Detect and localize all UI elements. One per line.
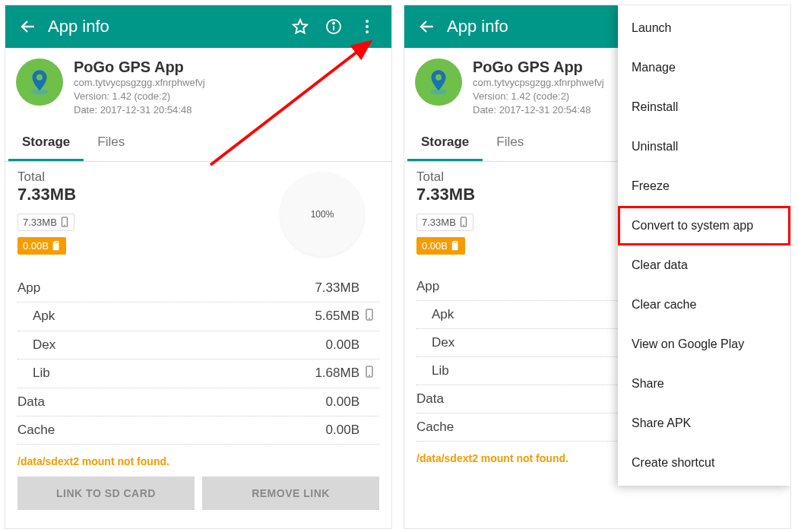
app-bar: App info bbox=[5, 5, 391, 48]
remove-link-button[interactable]: REMOVE LINK bbox=[202, 477, 379, 510]
row-apk: Apk 5.65MB bbox=[17, 302, 379, 331]
menu-create-shortcut[interactable]: Create shortcut bbox=[618, 443, 790, 483]
menu-convert-system[interactable]: Convert to system app bbox=[618, 206, 790, 245]
menu-freeze[interactable]: Freeze bbox=[618, 166, 790, 206]
app-name: PoGo GPS App bbox=[473, 59, 604, 76]
chip-sd-value: 0.00B bbox=[422, 240, 448, 252]
chip-phone: 7.33MB bbox=[416, 214, 473, 231]
back-button[interactable] bbox=[412, 11, 442, 42]
storage-pie: 100% bbox=[280, 173, 364, 256]
app-package: com.tytvycpsgzgg.xfnrphwefvj bbox=[74, 76, 205, 90]
svg-rect-23 bbox=[455, 242, 456, 243]
svg-rect-12 bbox=[58, 242, 59, 243]
row-dex-value: 0.00B bbox=[326, 337, 359, 353]
row-data-value: 0.00B bbox=[326, 394, 359, 410]
app-meta: PoGo GPS App com.tytvycpsgzgg.xfnrphwefv… bbox=[473, 59, 604, 118]
tab-storage[interactable]: Storage bbox=[407, 125, 483, 161]
more-vert-icon bbox=[358, 17, 376, 36]
row-data-label: Data bbox=[17, 394, 326, 410]
app-date: Date: 2017-12-31 20:54:48 bbox=[473, 103, 604, 117]
sd-card-icon bbox=[451, 240, 460, 251]
svg-rect-24 bbox=[457, 242, 458, 243]
chip-phone: 7.33MB bbox=[17, 214, 74, 231]
svg-rect-11 bbox=[56, 242, 57, 243]
mount-warning: /data/sdext2 mount not found. bbox=[17, 455, 379, 467]
sd-card-icon bbox=[52, 240, 61, 251]
panel-right: App info PoGo GPS App com.tytvycpsgzgg.x… bbox=[404, 5, 791, 529]
menu-uninstall[interactable]: Uninstall bbox=[618, 127, 790, 166]
svg-point-19 bbox=[435, 74, 442, 81]
row-cache-value: 0.00B bbox=[326, 423, 359, 438]
total-value: 7.33MB bbox=[17, 185, 280, 204]
total-label: Total bbox=[17, 169, 280, 185]
app-icon bbox=[415, 59, 462, 106]
row-data: Data 0.00B bbox=[17, 388, 379, 416]
arrow-left-icon bbox=[19, 17, 37, 36]
app-version: Version: 1.42 (code:2) bbox=[74, 90, 205, 103]
panel-left: App info PoGo GPS App com.tytvycpsgzgg.x… bbox=[5, 5, 392, 529]
row-apk-label: Apk bbox=[17, 309, 315, 324]
chip-sd-value: 0.00B bbox=[23, 240, 49, 252]
svg-rect-10 bbox=[55, 242, 55, 243]
svg-rect-22 bbox=[454, 242, 454, 243]
location-pin-icon bbox=[25, 68, 54, 97]
row-lib-label: Lib bbox=[17, 366, 315, 381]
tab-files[interactable]: Files bbox=[84, 125, 138, 161]
app-meta: PoGo GPS App com.tytvycpsgzgg.xfnrphwefv… bbox=[74, 59, 205, 118]
link-sd-button[interactable]: LINK TO SD CARD bbox=[17, 477, 195, 510]
row-app: App 7.33MB bbox=[17, 274, 379, 302]
app-package: com.tytvycpsgzgg.xfnrphwefvj bbox=[473, 76, 604, 90]
app-date: Date: 2017-12-31 20:54:48 bbox=[74, 103, 205, 117]
chip-sd: 0.00B bbox=[416, 237, 465, 255]
row-cache-label: Cache bbox=[17, 423, 326, 438]
info-icon bbox=[325, 17, 343, 36]
arrow-left-icon bbox=[418, 17, 436, 36]
app-version: Version: 1.42 (code:2) bbox=[473, 90, 604, 103]
overflow-menu: Launch Manage Reinstall Uninstall Freeze… bbox=[618, 5, 790, 486]
favorite-button[interactable] bbox=[283, 10, 317, 43]
row-dex-label: Dex bbox=[17, 337, 326, 353]
menu-launch[interactable]: Launch bbox=[618, 8, 790, 48]
star-icon bbox=[291, 17, 309, 36]
row-app-label: App bbox=[17, 280, 315, 296]
chip-sd: 0.00B bbox=[17, 237, 66, 255]
page-title: App info bbox=[48, 17, 283, 36]
storage-content: Total 7.33MB 7.33MB 0.00B bbox=[5, 162, 391, 518]
menu-view-play[interactable]: View on Google Play bbox=[618, 325, 790, 364]
menu-manage[interactable]: Manage bbox=[618, 48, 790, 87]
menu-clear-cache[interactable]: Clear cache bbox=[618, 285, 790, 325]
svg-point-4 bbox=[366, 25, 369, 28]
tabs: Storage Files bbox=[5, 125, 391, 162]
row-lib: Lib 1.68MB bbox=[17, 359, 379, 388]
tab-files[interactable]: Files bbox=[483, 125, 537, 161]
pie-percent: 100% bbox=[311, 209, 334, 220]
phone-storage-icon bbox=[459, 217, 468, 227]
chip-phone-value: 7.33MB bbox=[422, 217, 456, 228]
svg-point-7 bbox=[36, 74, 43, 81]
phone-storage-icon bbox=[60, 217, 69, 227]
svg-point-5 bbox=[366, 30, 369, 33]
phone-storage-icon bbox=[365, 366, 374, 378]
row-apk-value: 5.65MB bbox=[315, 309, 359, 324]
tab-storage[interactable]: Storage bbox=[8, 125, 84, 161]
chip-phone-value: 7.33MB bbox=[23, 217, 57, 228]
info-button[interactable] bbox=[317, 10, 350, 43]
menu-clear-data[interactable]: Clear data bbox=[618, 245, 790, 285]
storage-breakdown: App 7.33MB Apk 5.65MB Dex 0.00B Lib 1.68… bbox=[17, 274, 379, 445]
back-button[interactable] bbox=[13, 11, 43, 42]
row-app-value: 7.33MB bbox=[315, 280, 359, 296]
row-cache: Cache 0.00B bbox=[17, 416, 379, 445]
menu-reinstall[interactable]: Reinstall bbox=[618, 87, 790, 127]
row-dex: Dex 0.00B bbox=[17, 331, 379, 359]
location-pin-icon bbox=[424, 68, 453, 97]
overflow-button[interactable] bbox=[350, 10, 384, 43]
svg-point-2 bbox=[333, 23, 334, 24]
row-lib-value: 1.68MB bbox=[315, 366, 359, 381]
menu-share[interactable]: Share bbox=[618, 364, 790, 404]
phone-storage-icon bbox=[365, 309, 374, 321]
svg-point-3 bbox=[366, 20, 369, 23]
app-name: PoGo GPS App bbox=[74, 59, 205, 76]
app-icon bbox=[16, 59, 63, 106]
app-header: PoGo GPS App com.tytvycpsgzgg.xfnrphwefv… bbox=[5, 48, 391, 125]
menu-share-apk[interactable]: Share APK bbox=[618, 404, 790, 443]
